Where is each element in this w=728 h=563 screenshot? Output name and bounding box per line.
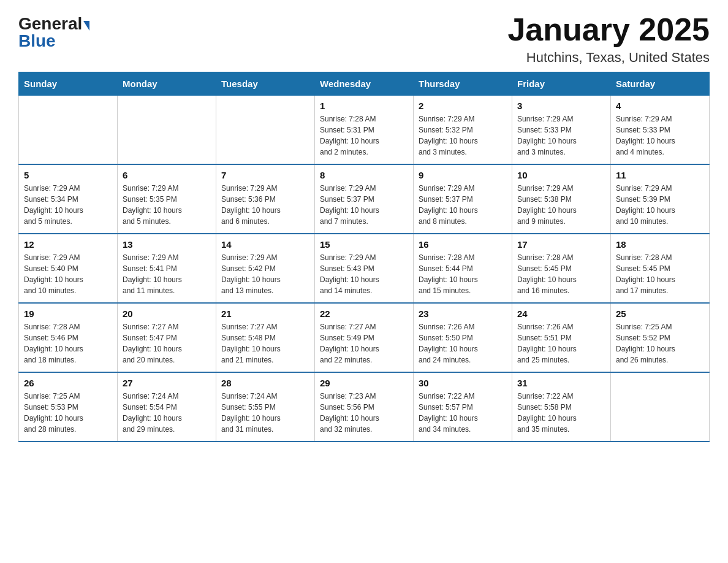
calendar-day-cell: [118, 96, 216, 165]
day-info: Sunrise: 7:28 AM Sunset: 5:45 PM Dayligh…: [517, 252, 605, 296]
calendar-day-cell: 7Sunrise: 7:29 AM Sunset: 5:36 PM Daylig…: [216, 164, 315, 234]
logo-triangle-icon: [83, 21, 89, 31]
calendar-day-cell: [611, 372, 710, 442]
logo-general: General: [18, 15, 82, 33]
calendar-day-cell: 10Sunrise: 7:29 AM Sunset: 5:38 PM Dayli…: [512, 164, 611, 234]
day-number: 23: [419, 308, 507, 319]
logo-name: General Blue: [18, 15, 89, 50]
day-info: Sunrise: 7:25 AM Sunset: 5:52 PM Dayligh…: [616, 321, 704, 366]
day-info: Sunrise: 7:29 AM Sunset: 5:35 PM Dayligh…: [123, 183, 211, 227]
day-info: Sunrise: 7:26 AM Sunset: 5:51 PM Dayligh…: [517, 321, 605, 366]
calendar-header-day: Saturday: [611, 72, 710, 96]
day-number: 15: [320, 239, 408, 250]
calendar-day-cell: 12Sunrise: 7:29 AM Sunset: 5:40 PM Dayli…: [19, 234, 118, 303]
calendar-day-cell: 13Sunrise: 7:29 AM Sunset: 5:41 PM Dayli…: [118, 234, 216, 303]
day-info: Sunrise: 7:22 AM Sunset: 5:57 PM Dayligh…: [419, 391, 507, 435]
day-number: 27: [123, 378, 211, 388]
calendar-day-cell: 4Sunrise: 7:29 AM Sunset: 5:33 PM Daylig…: [611, 96, 710, 165]
day-number: 19: [24, 308, 112, 319]
page-subtitle: Hutchins, Texas, United States: [507, 50, 710, 66]
day-info: Sunrise: 7:28 AM Sunset: 5:45 PM Dayligh…: [616, 252, 704, 296]
day-number: 2: [419, 101, 507, 111]
day-info: Sunrise: 7:23 AM Sunset: 5:56 PM Dayligh…: [320, 391, 408, 435]
day-number: 30: [419, 378, 507, 388]
day-number: 7: [221, 170, 309, 180]
day-info: Sunrise: 7:28 AM Sunset: 5:46 PM Dayligh…: [24, 321, 112, 366]
day-number: 26: [24, 378, 112, 388]
calendar-day-cell: 1Sunrise: 7:28 AM Sunset: 5:31 PM Daylig…: [315, 96, 414, 165]
calendar-day-cell: 23Sunrise: 7:26 AM Sunset: 5:50 PM Dayli…: [414, 303, 512, 372]
calendar-day-cell: 9Sunrise: 7:29 AM Sunset: 5:37 PM Daylig…: [414, 164, 512, 234]
calendar-day-cell: 27Sunrise: 7:24 AM Sunset: 5:54 PM Dayli…: [118, 372, 216, 442]
calendar-day-cell: [216, 96, 315, 165]
day-number: 24: [517, 308, 605, 319]
calendar-day-cell: 11Sunrise: 7:29 AM Sunset: 5:39 PM Dayli…: [611, 164, 710, 234]
day-number: 21: [221, 308, 309, 319]
calendar-day-cell: 16Sunrise: 7:28 AM Sunset: 5:44 PM Dayli…: [414, 234, 512, 303]
calendar-day-cell: 8Sunrise: 7:29 AM Sunset: 5:37 PM Daylig…: [315, 164, 414, 234]
calendar-day-cell: 2Sunrise: 7:29 AM Sunset: 5:32 PM Daylig…: [414, 96, 512, 165]
calendar-header: SundayMondayTuesdayWednesdayThursdayFrid…: [19, 72, 710, 96]
day-number: 31: [517, 378, 605, 388]
day-info: Sunrise: 7:26 AM Sunset: 5:50 PM Dayligh…: [419, 321, 507, 366]
calendar-header-day: Thursday: [414, 72, 512, 96]
day-info: Sunrise: 7:29 AM Sunset: 5:36 PM Dayligh…: [221, 183, 309, 227]
calendar-day-cell: 20Sunrise: 7:27 AM Sunset: 5:47 PM Dayli…: [118, 303, 216, 372]
calendar-week-row: 19Sunrise: 7:28 AM Sunset: 5:46 PM Dayli…: [19, 303, 710, 372]
day-number: 20: [123, 308, 211, 319]
calendar-day-cell: 28Sunrise: 7:24 AM Sunset: 5:55 PM Dayli…: [216, 372, 315, 442]
calendar-week-row: 26Sunrise: 7:25 AM Sunset: 5:53 PM Dayli…: [19, 372, 710, 442]
calendar-day-cell: 15Sunrise: 7:29 AM Sunset: 5:43 PM Dayli…: [315, 234, 414, 303]
day-info: Sunrise: 7:29 AM Sunset: 5:40 PM Dayligh…: [24, 252, 112, 296]
day-number: 11: [616, 170, 704, 180]
calendar-header-row: SundayMondayTuesdayWednesdayThursdayFrid…: [19, 72, 710, 96]
calendar-day-cell: 5Sunrise: 7:29 AM Sunset: 5:34 PM Daylig…: [19, 164, 118, 234]
calendar-header-day: Sunday: [19, 72, 118, 96]
calendar-day-cell: 17Sunrise: 7:28 AM Sunset: 5:45 PM Dayli…: [512, 234, 611, 303]
calendar-table: SundayMondayTuesdayWednesdayThursdayFrid…: [18, 72, 710, 442]
day-number: 4: [616, 101, 704, 111]
calendar-day-cell: 6Sunrise: 7:29 AM Sunset: 5:35 PM Daylig…: [118, 164, 216, 234]
day-info: Sunrise: 7:29 AM Sunset: 5:37 PM Dayligh…: [320, 183, 408, 227]
page-header: General Blue January 2025 Hutchins, Texa…: [18, 12, 710, 66]
day-info: Sunrise: 7:29 AM Sunset: 5:42 PM Dayligh…: [221, 252, 309, 296]
day-info: Sunrise: 7:27 AM Sunset: 5:47 PM Dayligh…: [123, 321, 211, 366]
calendar-day-cell: 25Sunrise: 7:25 AM Sunset: 5:52 PM Dayli…: [611, 303, 710, 372]
day-info: Sunrise: 7:28 AM Sunset: 5:31 PM Dayligh…: [320, 113, 408, 158]
title-block: January 2025 Hutchins, Texas, United Sta…: [507, 12, 710, 66]
day-info: Sunrise: 7:29 AM Sunset: 5:43 PM Dayligh…: [320, 252, 408, 296]
calendar-day-cell: 26Sunrise: 7:25 AM Sunset: 5:53 PM Dayli…: [19, 372, 118, 442]
calendar-day-cell: 3Sunrise: 7:29 AM Sunset: 5:33 PM Daylig…: [512, 96, 611, 165]
day-number: 3: [517, 101, 605, 111]
day-number: 9: [419, 170, 507, 180]
day-number: 8: [320, 170, 408, 180]
day-number: 22: [320, 308, 408, 319]
calendar-week-row: 5Sunrise: 7:29 AM Sunset: 5:34 PM Daylig…: [19, 164, 710, 234]
calendar-day-cell: 24Sunrise: 7:26 AM Sunset: 5:51 PM Dayli…: [512, 303, 611, 372]
day-number: 1: [320, 101, 408, 111]
day-info: Sunrise: 7:22 AM Sunset: 5:58 PM Dayligh…: [517, 391, 605, 435]
day-info: Sunrise: 7:24 AM Sunset: 5:55 PM Dayligh…: [221, 391, 309, 435]
day-number: 17: [517, 239, 605, 250]
day-info: Sunrise: 7:27 AM Sunset: 5:48 PM Dayligh…: [221, 321, 309, 366]
day-info: Sunrise: 7:27 AM Sunset: 5:49 PM Dayligh…: [320, 321, 408, 366]
day-number: 5: [24, 170, 112, 180]
calendar-header-day: Tuesday: [216, 72, 315, 96]
day-number: 13: [123, 239, 211, 250]
day-info: Sunrise: 7:29 AM Sunset: 5:33 PM Dayligh…: [517, 113, 605, 158]
calendar-week-row: 12Sunrise: 7:29 AM Sunset: 5:40 PM Dayli…: [19, 234, 710, 303]
day-info: Sunrise: 7:29 AM Sunset: 5:37 PM Dayligh…: [419, 183, 507, 227]
calendar-day-cell: 30Sunrise: 7:22 AM Sunset: 5:57 PM Dayli…: [414, 372, 512, 442]
calendar-week-row: 1Sunrise: 7:28 AM Sunset: 5:31 PM Daylig…: [19, 96, 710, 165]
calendar-day-cell: [19, 96, 118, 165]
day-info: Sunrise: 7:29 AM Sunset: 5:32 PM Dayligh…: [419, 113, 507, 158]
calendar-day-cell: 18Sunrise: 7:28 AM Sunset: 5:45 PM Dayli…: [611, 234, 710, 303]
day-number: 28: [221, 378, 309, 388]
day-info: Sunrise: 7:25 AM Sunset: 5:53 PM Dayligh…: [24, 391, 112, 435]
calendar-day-cell: 31Sunrise: 7:22 AM Sunset: 5:58 PM Dayli…: [512, 372, 611, 442]
day-info: Sunrise: 7:29 AM Sunset: 5:33 PM Dayligh…: [616, 113, 704, 158]
day-number: 25: [616, 308, 704, 319]
logo: General Blue: [18, 12, 89, 50]
day-number: 6: [123, 170, 211, 180]
day-number: 12: [24, 239, 112, 250]
